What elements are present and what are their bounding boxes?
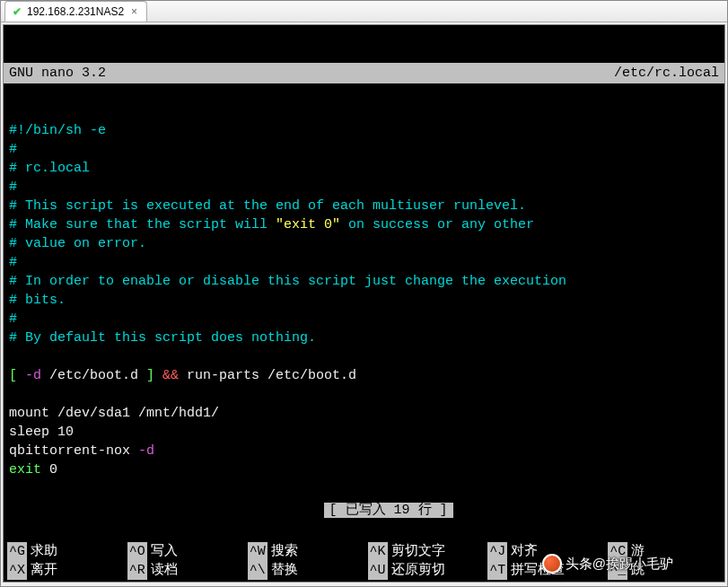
key-badge: ^\: [248, 561, 268, 580]
close-icon[interactable]: ×: [129, 5, 139, 18]
help-label: 求助: [31, 542, 57, 561]
terminal-frame: GNU nano 3.2 /etc/rc.local #!/bin/sh -e#…: [3, 24, 725, 583]
editor-line: # rc.local: [9, 159, 719, 178]
editor-line: [9, 385, 719, 404]
editor-line: #: [9, 310, 719, 329]
key-badge: ^_: [608, 561, 627, 580]
nano-title-bar: GNU nano 3.2 /etc/rc.local: [4, 63, 724, 83]
status-text: [ 已写入 19 行 ]: [324, 503, 453, 518]
help-item[interactable]: ^\替换: [248, 561, 361, 580]
editor-line: # This script is executed at the end of …: [9, 197, 719, 215]
tab-bar: ✔ 192.168.2.231NAS2 ×: [1, 1, 727, 22]
help-item[interactable]: ^X离开: [7, 561, 120, 580]
editor-line: [ -d /etc/boot.d ] && run-parts /etc/boo…: [9, 366, 719, 385]
key-badge: ^W: [248, 542, 268, 561]
help-label: 还原剪切: [391, 561, 445, 580]
help-label: 搜索: [271, 542, 298, 561]
key-badge: ^T: [487, 561, 507, 580]
help-label: 剪切文字: [391, 542, 445, 561]
help-item[interactable]: ^U还原剪切: [368, 561, 481, 580]
editor-line: mount /dev/sda1 /mnt/hdd1/: [9, 404, 719, 423]
key-badge: ^U: [368, 561, 388, 580]
editor-line: [9, 347, 719, 366]
key-badge: ^X: [7, 561, 27, 580]
check-icon: ✔: [13, 5, 22, 18]
key-badge: ^G: [7, 542, 27, 561]
help-item[interactable]: ^G求助: [7, 542, 120, 561]
key-badge: ^O: [127, 542, 147, 561]
editor-line: # By default this script does nothing.: [9, 329, 719, 347]
help-label: 跳: [631, 561, 645, 580]
editor-line: #: [9, 178, 719, 197]
editor-line: #: [9, 253, 719, 272]
editor-body[interactable]: #!/bin/sh -e## rc.local## This script is…: [4, 121, 724, 479]
key-badge: ^J: [487, 542, 507, 561]
key-badge: ^K: [368, 542, 388, 561]
terminal[interactable]: GNU nano 3.2 /etc/rc.local #!/bin/sh -e#…: [4, 25, 724, 582]
editor-line: #!/bin/sh -e: [9, 121, 719, 140]
help-item[interactable]: ^W搜索: [248, 542, 361, 561]
help-item[interactable]: ^J对齐: [487, 542, 601, 561]
editor-line: # value on error.: [9, 234, 719, 253]
help-item[interactable]: ^T拼写检查: [487, 561, 601, 580]
help-label: 读档: [151, 561, 178, 580]
filename: /etc/rc.local: [614, 64, 719, 83]
editor-line: qbittorrent-nox -d: [9, 442, 719, 460]
editor-line: # In order to enable or disable this scr…: [9, 272, 719, 291]
help-item[interactable]: ^C游: [608, 542, 721, 561]
help-item[interactable]: ^K剪切文字: [368, 542, 481, 561]
editor-line: #: [9, 140, 719, 159]
tab-title: 192.168.2.231NAS2: [27, 5, 124, 18]
terminal-tab[interactable]: ✔ 192.168.2.231NAS2 ×: [4, 1, 147, 22]
help-label: 离开: [31, 561, 57, 580]
help-label: 游: [631, 542, 645, 561]
editor-line: # Make sure that the script will "exit 0…: [9, 215, 719, 234]
editor-line: # bits.: [9, 291, 719, 310]
editor-line: sleep 10: [9, 423, 719, 442]
help-item[interactable]: ^_跳: [608, 561, 721, 580]
key-badge: ^C: [608, 542, 627, 561]
help-label: 拼写检查: [511, 561, 565, 580]
help-bar: ^G求助^O写入^W搜索^K剪切文字^J对齐^C游^X离开^R读档^\替换^U还…: [4, 542, 724, 582]
key-badge: ^R: [127, 561, 147, 580]
help-item[interactable]: ^R读档: [127, 561, 241, 580]
help-label: 替换: [271, 561, 298, 580]
status-line: [ 已写入 19 行 ]: [4, 482, 724, 539]
editor-line: exit 0: [9, 460, 719, 479]
help-label: 对齐: [511, 542, 538, 561]
help-label: 写入: [151, 542, 178, 561]
help-item[interactable]: ^O写入: [127, 542, 241, 561]
app-name: GNU nano 3.2: [9, 64, 106, 83]
